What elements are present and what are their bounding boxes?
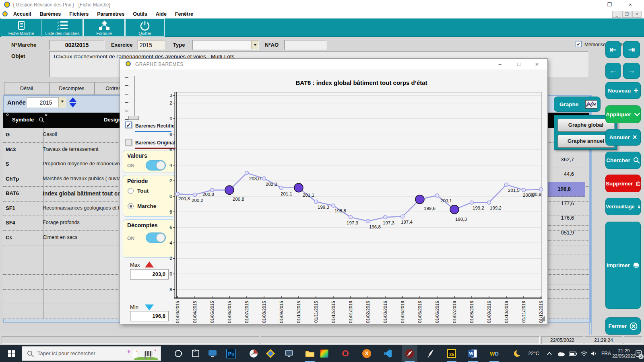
- annuler-button[interactable]: Annuler×: [605, 129, 641, 146]
- menu-barmes[interactable]: Barèmes: [39, 10, 61, 19]
- quicktime-icon[interactable]: [263, 345, 278, 362]
- value-cell[interactable]: [548, 284, 588, 299]
- mdi-restore-icon[interactable]: ❐: [622, 11, 632, 18]
- annee-combo-arrow-icon[interactable]: [58, 97, 66, 107]
- periode-tout-radio[interactable]: [128, 188, 134, 194]
- notification-center-icon[interactable]: 2: [634, 345, 644, 362]
- nouveau-button[interactable]: Nouveau+: [605, 82, 641, 99]
- graphe-button[interactable]: Graphe: [554, 97, 601, 112]
- type-combobox[interactable]: [192, 40, 259, 50]
- value-cell[interactable]: 177,6: [548, 197, 588, 211]
- value-cell[interactable]: [548, 269, 588, 284]
- zoom-slider-track[interactable]: [134, 76, 135, 120]
- appliquer-button[interactable]: Appliquer: [605, 105, 641, 123]
- value-cell[interactable]: 051,9: [548, 226, 588, 241]
- mdi-close-icon[interactable]: ×: [632, 11, 642, 18]
- cortana-icon[interactable]: [171, 345, 186, 362]
- screenhunter-icon[interactable]: [246, 345, 261, 362]
- value-cell[interactable]: 362,7: [548, 153, 588, 167]
- resize-grip-icon[interactable]: [539, 316, 545, 321]
- maximize-icon[interactable]: ❐: [601, 0, 618, 10]
- weather-moon-icon[interactable]: [510, 345, 524, 362]
- header-symbole[interactable]: Symbole: [12, 117, 34, 123]
- active-app-icon[interactable]: [402, 345, 417, 362]
- mdi-minimize-icon[interactable]: _: [612, 11, 621, 18]
- menu-outils[interactable]: Outils: [133, 10, 147, 19]
- imprimer-button[interactable]: Imprimer: [605, 222, 641, 309]
- supprimer-button[interactable]: Supprimer: [605, 175, 641, 192]
- baremes-rectifie-checkbox[interactable]: ✓: [125, 121, 132, 128]
- toolbar-button-fiche-marche[interactable]: Fiche Marche: [1, 19, 41, 37]
- decomptes-toggle[interactable]: [146, 232, 166, 243]
- tray-clock[interactable]: 21:2922/05/2022: [613, 345, 634, 362]
- combo-arrow-icon[interactable]: [251, 41, 258, 49]
- toolbar-button-quitter[interactable]: Quitter: [125, 19, 165, 37]
- volume-icon[interactable]: [589, 345, 599, 362]
- zoom-slider-handle[interactable]: [128, 116, 139, 120]
- max-field[interactable]: 203,0: [130, 269, 169, 280]
- tab-decomptes[interactable]: Decomptes: [49, 82, 94, 95]
- task-view-icon[interactable]: [188, 345, 203, 362]
- file-explorer-icon[interactable]: [302, 345, 318, 362]
- tab-détail[interactable]: Détail: [4, 82, 49, 95]
- nao-field[interactable]: [284, 40, 327, 50]
- media-app-icon[interactable]: [317, 345, 332, 362]
- windev-icon[interactable]: WD: [487, 345, 502, 362]
- max-up-icon[interactable]: [145, 261, 154, 267]
- num-marche-field[interactable]: 002/2015: [49, 40, 105, 50]
- taskbar-search-input[interactable]: Taper ici pour rechercher: [22, 346, 161, 361]
- menu-fentre[interactable]: Fenêtre: [175, 10, 193, 19]
- verrouillage-button[interactable]: Verrouillage: [605, 198, 641, 215]
- dialog-maximize-icon[interactable]: □: [511, 59, 527, 70]
- photoshop-icon[interactable]: Ps: [224, 345, 238, 362]
- valeurs-toggle[interactable]: [146, 160, 166, 171]
- baremes-original-checkbox[interactable]: [125, 139, 132, 146]
- dialog-minimize-icon[interactable]: –: [492, 59, 508, 70]
- system-monitor-icon[interactable]: [282, 345, 296, 362]
- menu-accueil[interactable]: Accueil: [13, 10, 31, 19]
- onedrive-icon[interactable]: [555, 345, 567, 362]
- spinner-up-icon[interactable]: [69, 97, 76, 102]
- value-cell[interactable]: 44,6: [548, 167, 588, 182]
- spinner-down-icon[interactable]: [69, 103, 76, 107]
- wifi-icon[interactable]: [579, 345, 589, 362]
- minimize-icon[interactable]: –: [578, 0, 596, 10]
- value-cell[interactable]: 176,6: [548, 211, 588, 226]
- memoriser-checkbox[interactable]: ✓: [576, 41, 582, 47]
- camtasia-icon[interactable]: 25: [444, 345, 459, 362]
- menu-aide[interactable]: Aide: [156, 10, 167, 19]
- battery-icon[interactable]: [568, 345, 579, 362]
- toolbar-button-formule[interactable]: Formule: [83, 19, 125, 37]
- opera-icon[interactable]: O: [338, 345, 353, 362]
- quill-app-icon[interactable]: [423, 345, 438, 362]
- word-icon[interactable]: W: [465, 345, 481, 362]
- col-handle-icon[interactable]: [6, 113, 9, 116]
- fermer-button[interactable]: Fermer: [605, 317, 641, 335]
- exercice-field[interactable]: 2015: [137, 40, 165, 50]
- close-icon[interactable]: ×: [621, 0, 639, 10]
- value-cell[interactable]: [548, 241, 588, 255]
- vscode-icon[interactable]: [381, 345, 395, 362]
- toolbar-button-liste-des-marches[interactable]: ✓✓✓Liste des marches: [42, 19, 83, 37]
- nav-prev-button[interactable]: ←: [605, 63, 621, 79]
- start-button[interactable]: [3, 345, 19, 362]
- remote-desktop-icon[interactable]: [205, 345, 220, 362]
- tray-language[interactable]: FRA: [599, 345, 613, 362]
- annee-spinner[interactable]: [69, 97, 76, 107]
- chercher-button[interactable]: Chercher: [605, 152, 641, 169]
- value-cell[interactable]: 198,8: [548, 182, 585, 197]
- nav-first-button[interactable]: ⇤: [605, 41, 621, 58]
- min-down-icon[interactable]: [145, 304, 154, 311]
- menu-fichiers[interactable]: Fichiers: [69, 10, 89, 19]
- nav-next-button[interactable]: →: [623, 63, 640, 79]
- value-cell[interactable]: [548, 299, 588, 313]
- dialog-close-icon[interactable]: ×: [529, 59, 545, 70]
- nav-last-button[interactable]: ⇥: [623, 41, 640, 58]
- col-handle-icon[interactable]: [45, 113, 47, 116]
- xampp-icon[interactable]: X: [359, 345, 374, 362]
- periode-marche-radio[interactable]: [128, 203, 134, 209]
- search-icon[interactable]: [39, 117, 44, 123]
- min-field[interactable]: 196,8: [130, 311, 169, 321]
- menu-parametres[interactable]: Parametres: [97, 10, 124, 19]
- tray-chevron-up-icon[interactable]: [544, 345, 555, 362]
